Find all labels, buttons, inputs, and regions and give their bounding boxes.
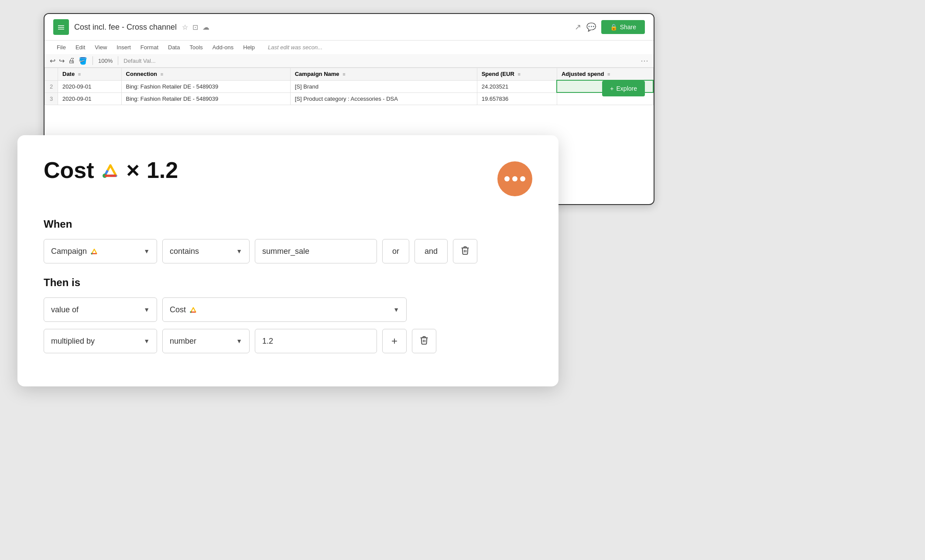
then-section: Then is value of ▼ Cost ▼ multiplied by …	[44, 277, 532, 353]
then-row-2: multiplied by ▼ number ▼ +	[44, 329, 532, 353]
cell-date-2[interactable]: 2020-09-01	[58, 92, 122, 105]
menu-tools[interactable]: Tools	[186, 42, 206, 52]
menu-file[interactable]: File	[53, 42, 69, 52]
col-header-d: Spend (EUR ≡	[477, 68, 557, 81]
explore-button[interactable]: + Explore	[602, 81, 645, 96]
then-row-1: value of ▼ Cost ▼	[44, 297, 532, 322]
sheet-menu: File Edit View Insert Format Data Tools …	[45, 41, 654, 54]
present-icon[interactable]: ⊡	[192, 23, 198, 31]
title-times: ×	[127, 157, 140, 183]
svg-marker-12	[191, 307, 195, 312]
campaign-dropdown-arrow: ▼	[144, 248, 150, 255]
share-label: Share	[620, 24, 636, 31]
add-icon: +	[391, 335, 397, 347]
more-dot-1	[504, 176, 510, 181]
sheet-icon	[53, 19, 69, 35]
formula-card: Cost × 1.2 When Campaign	[17, 135, 558, 386]
google-ads-icon	[101, 161, 120, 179]
toolbar-separator	[92, 56, 93, 65]
explore-label: Explore	[617, 85, 637, 92]
trending-icon[interactable]: ↗	[575, 22, 581, 32]
cell-spend-1[interactable]: 24.203521	[477, 80, 557, 92]
sheet-grid: Date ≡ Connection ≡ Campaign Name ≡ Spen…	[45, 68, 654, 105]
lock-icon: 🔒	[610, 24, 617, 31]
row-num-3: 3	[45, 92, 58, 105]
when-label: When	[44, 218, 532, 230]
cell-connection-2[interactable]: Bing: Fashion Retailer DE - 5489039	[121, 92, 290, 105]
col-header-e: Adjusted spend ≡	[557, 68, 653, 81]
contains-dropdown[interactable]: contains ▼	[162, 239, 250, 263]
last-edit: Last edit was secon...	[264, 42, 326, 52]
more-button[interactable]	[497, 161, 532, 196]
operation-arrow: ▼	[144, 338, 150, 345]
undo-icon[interactable]: ↩	[50, 57, 55, 65]
zoom-level[interactable]: 100%	[98, 58, 113, 64]
more-dot-3	[520, 176, 525, 181]
format-label: number	[170, 337, 196, 346]
print-icon[interactable]: 🖨	[68, 57, 75, 65]
svg-rect-3	[58, 29, 64, 30]
cost-field-dropdown[interactable]: Cost ▼	[162, 297, 407, 322]
row-num-header	[45, 68, 58, 81]
cell-campaign-2[interactable]: [S] Product category : Accessories - DSA	[290, 92, 477, 105]
filter-icon-d[interactable]: ≡	[517, 72, 520, 77]
result-delete-button[interactable]	[412, 329, 436, 353]
filter-icon-e[interactable]: ≡	[607, 72, 610, 77]
col-e-label: Adjusted spend	[562, 71, 604, 77]
menu-view[interactable]: View	[91, 42, 110, 52]
filter-icon-b[interactable]: ≡	[161, 72, 163, 77]
share-button[interactable]: 🔒 Share	[601, 20, 645, 34]
comment-icon[interactable]: 💬	[586, 22, 596, 32]
menu-edit[interactable]: Edit	[72, 42, 89, 52]
cost-ads-icon	[189, 306, 197, 314]
menu-insert[interactable]: Insert	[113, 42, 134, 52]
menu-addons[interactable]: Add-ons	[209, 42, 237, 52]
and-button[interactable]: and	[415, 239, 448, 263]
cell-connection-1[interactable]: Bing: Fashion Retailer DE - 5489039	[121, 80, 290, 92]
operation-dropdown[interactable]: multiplied by ▼	[44, 329, 157, 353]
trash-icon	[460, 246, 470, 257]
cell-campaign-1[interactable]: [S] Brand	[290, 80, 477, 92]
contains-arrow: ▼	[236, 248, 242, 255]
condition-delete-button[interactable]	[453, 239, 477, 263]
campaign-dropdown-label: Campaign	[51, 247, 87, 256]
filter-icon-a[interactable]: ≡	[78, 72, 81, 77]
formula-bar-label: Default Val...	[123, 58, 155, 64]
multiplier-value-input[interactable]	[255, 329, 377, 353]
table-row: 3 2020-09-01 Bing: Fashion Retailer DE -…	[45, 92, 654, 105]
col-b-label: Connection	[126, 71, 158, 77]
condition-value-input[interactable]	[255, 239, 377, 263]
cell-spend-2[interactable]: 19.657836	[477, 92, 557, 105]
svg-rect-1	[58, 25, 64, 26]
menu-data[interactable]: Data	[164, 42, 183, 52]
add-button[interactable]: +	[382, 329, 407, 353]
title-cost: Cost	[44, 157, 94, 183]
value-of-label: value of	[51, 305, 79, 314]
cloud-icon[interactable]: ☁	[202, 23, 209, 31]
table-row: 2 2020-09-01 Bing: Fashion Retailer DE -…	[45, 80, 654, 92]
value-of-dropdown[interactable]: value of ▼	[44, 297, 157, 322]
col-d-label: Spend (EUR	[482, 71, 514, 77]
campaign-dropdown[interactable]: Campaign ▼	[44, 239, 157, 263]
paint-icon[interactable]: 🪣	[79, 57, 87, 65]
menu-format[interactable]: Format	[137, 42, 162, 52]
cost-field-arrow: ▼	[393, 306, 399, 313]
toolbar: ↩ ↪ 🖨 🪣 100% Default Val... ⋯	[45, 54, 654, 68]
toolbar-separator2	[118, 56, 118, 65]
title-multiplier: 1.2	[147, 157, 178, 183]
value-of-arrow: ▼	[144, 306, 150, 313]
more-dot-2	[512, 176, 517, 181]
or-button[interactable]: or	[382, 239, 409, 263]
cell-date-1[interactable]: 2020-09-01	[58, 80, 122, 92]
filter-icon-c[interactable]: ≡	[343, 72, 345, 77]
redo-icon[interactable]: ↪	[59, 57, 65, 65]
then-label: Then is	[44, 277, 532, 289]
format-dropdown[interactable]: number ▼	[162, 329, 250, 353]
more-icon[interactable]: ⋯	[641, 56, 648, 65]
sheet-grid-wrapper: SAY GOODBYE TO SPREADSHEETS! Date ≡ Conn…	[45, 68, 654, 105]
star-icon[interactable]: ☆	[182, 23, 188, 31]
menu-help[interactable]: Help	[240, 42, 258, 52]
plus-icon: +	[610, 85, 613, 92]
operation-label: multiplied by	[51, 337, 95, 346]
cost-label: Cost	[170, 305, 186, 314]
